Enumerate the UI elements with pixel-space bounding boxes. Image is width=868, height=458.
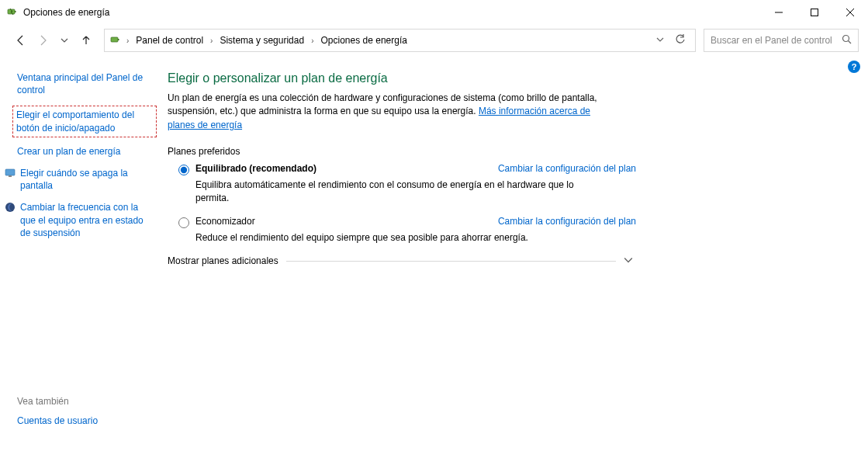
see-also-header: Vea también <box>17 396 155 407</box>
highlight-box: Elegir el comportamiento del botón de in… <box>12 106 157 137</box>
expander-label: Mostrar planes adicionales <box>168 255 278 266</box>
divider <box>286 261 616 262</box>
plan-row: Economizador Cambiar la configuración de… <box>178 216 636 228</box>
svg-rect-11 <box>9 175 12 177</box>
plan-radio-balanced[interactable] <box>178 165 189 175</box>
battery-icon <box>6 5 19 20</box>
breadcrumb-item[interactable]: Sistema y seguridad <box>217 35 306 46</box>
chevron-right-icon[interactable]: › <box>209 36 214 45</box>
close-button[interactable] <box>832 0 868 25</box>
svg-point-8 <box>843 36 849 42</box>
plan-description: Reduce el rendimiento del equipo siempre… <box>195 231 599 245</box>
sidebar-item-power-button-behavior[interactable]: Elegir el comportamiento del botón de in… <box>16 109 153 134</box>
breadcrumb-item[interactable]: Opciones de energía <box>319 35 410 46</box>
sidebar: Ventana principal del Panel de control E… <box>0 56 163 458</box>
chevron-right-icon[interactable]: › <box>125 36 130 45</box>
maximize-button[interactable] <box>797 0 832 25</box>
breadcrumb-item[interactable]: Panel de control <box>133 35 206 46</box>
sidebar-item-display-off[interactable]: Elegir cuándo se apaga la pantalla <box>20 167 155 192</box>
search-box[interactable] <box>704 29 859 52</box>
svg-rect-6 <box>111 37 118 42</box>
minimize-button[interactable] <box>761 0 797 25</box>
nav-row: › Panel de control › Sistema y seguridad… <box>0 25 868 56</box>
window-title: Opciones de energía <box>23 7 109 18</box>
sidebar-item-control-panel-home[interactable]: Ventana principal del Panel de control <box>17 71 155 96</box>
svg-rect-10 <box>5 169 15 175</box>
sidebar-item-sleep-settings[interactable]: Cambiar la frecuencia con la que el equi… <box>20 201 155 239</box>
sidebar-item-create-plan[interactable]: Crear un plan de energía <box>17 145 155 158</box>
plan-row: Equilibrado (recomendado) Cambiar la con… <box>178 163 636 175</box>
search-input[interactable] <box>711 35 839 46</box>
refresh-icon[interactable] <box>675 34 686 47</box>
plan-description: Equilibra automáticamente el rendimiento… <box>195 179 599 205</box>
preferred-plans-label: Planes preferidos <box>168 146 829 157</box>
help-icon[interactable]: ? <box>848 61 860 73</box>
show-more-plans[interactable]: Mostrar planes adicionales <box>168 255 633 267</box>
chevron-down-icon <box>624 255 633 267</box>
plan-name[interactable]: Equilibrado (recomendado) <box>195 163 316 174</box>
svg-rect-3 <box>811 9 818 16</box>
sidebar-item-user-accounts[interactable]: Cuentas de usuario <box>17 415 155 427</box>
back-button[interactable] <box>11 30 31 50</box>
page-heading: Elegir o personalizar un plan de energía <box>168 71 829 85</box>
svg-line-9 <box>849 41 852 44</box>
plan-radio-saver[interactable] <box>178 217 189 228</box>
recent-dropdown[interactable] <box>54 30 74 50</box>
plan-name[interactable]: Economizador <box>195 216 255 227</box>
svg-rect-7 <box>118 39 119 40</box>
svg-rect-1 <box>15 11 16 12</box>
moon-icon <box>5 201 16 248</box>
window-controls <box>761 0 868 25</box>
chevron-right-icon[interactable]: › <box>310 36 315 45</box>
main-content: ? Elegir o personalizar un plan de energ… <box>163 56 868 458</box>
search-icon[interactable] <box>842 34 852 47</box>
change-plan-settings-link[interactable]: Cambiar la configuración del plan <box>498 163 636 174</box>
title-bar: Opciones de energía <box>0 0 868 25</box>
change-plan-settings-link[interactable]: Cambiar la configuración del plan <box>498 216 636 227</box>
up-button[interactable] <box>76 30 96 50</box>
address-bar[interactable]: › Panel de control › Sistema y seguridad… <box>104 29 696 52</box>
battery-icon <box>109 33 122 48</box>
sidebar-footer: Vea también Cuentas de usuario <box>17 396 155 449</box>
forward-button[interactable] <box>33 30 53 50</box>
intro-text: Un plan de energía es una colección de h… <box>168 92 617 132</box>
chevron-down-icon[interactable] <box>656 35 664 46</box>
monitor-icon <box>5 167 16 201</box>
